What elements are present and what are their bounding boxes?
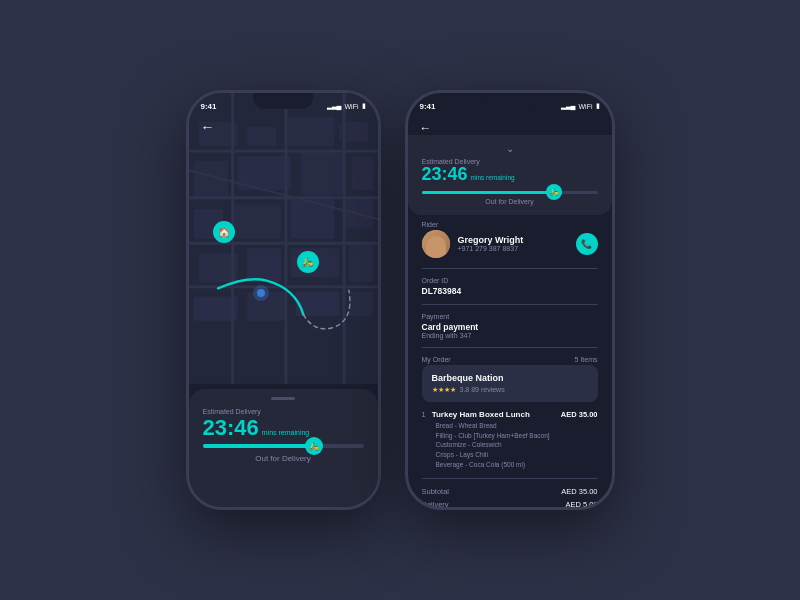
item-detail-bread: Bread - Wheat Bread bbox=[436, 421, 598, 431]
progress-fill2 bbox=[422, 191, 563, 194]
divider-3 bbox=[422, 347, 598, 348]
rider-info: Gregory Wright +971 279 387 8837 bbox=[458, 235, 568, 252]
order-item-row: 1 Turkey Ham Boxed Lunch AED 35.00 bbox=[422, 410, 598, 419]
totals-section: Subtotal AED 35.00 Delivery AED 5.00 Tot… bbox=[422, 478, 598, 507]
out-for-delivery-status: Out for Delivery bbox=[203, 454, 364, 463]
restaurant-name: Barbeque Nation bbox=[432, 373, 588, 383]
item-detail-filling: Filling - Club [Turkey Ham+Beef Bacon] bbox=[436, 431, 598, 441]
item-qty: 1 bbox=[422, 410, 426, 419]
rider-marker: 🛵 bbox=[297, 251, 319, 273]
subtotal-row: Subtotal AED 35.00 bbox=[422, 487, 598, 496]
item-detail-crisps: Crisps - Lays Chili bbox=[436, 450, 598, 460]
notch bbox=[253, 93, 313, 109]
items-count-badge: 5 Items bbox=[575, 356, 598, 363]
status-time-left: 9:41 bbox=[201, 102, 217, 111]
rider-avatar bbox=[422, 230, 450, 258]
star-icon: ★★★★ bbox=[432, 386, 456, 394]
out-for-delivery-status2: Out for Delivery bbox=[422, 198, 598, 205]
rating-value: 3.8 89 reviews bbox=[460, 386, 505, 393]
payment-label: Payment bbox=[422, 313, 598, 320]
notch-right bbox=[480, 93, 540, 109]
detail-scroll-area: ← ⌄ Estimated Delivery 23:46 mins remain… bbox=[408, 115, 612, 507]
phone-icon: 📞 bbox=[581, 239, 592, 249]
rider-phone: +971 279 387 8837 bbox=[458, 245, 568, 252]
chevron-down-icon: ⌄ bbox=[422, 143, 598, 154]
rider-section-label: Rider bbox=[422, 221, 598, 228]
rider-row: Gregory Wright +971 279 387 8837 📞 bbox=[422, 230, 598, 258]
my-order-header: My Order 5 Items bbox=[422, 356, 598, 365]
item-price: AED 35.00 bbox=[561, 410, 598, 419]
subtotal-label: Subtotal bbox=[422, 487, 450, 496]
status-icons-left: ▂▃▄ WiFi ▮ bbox=[327, 102, 366, 110]
payment-method: Card payment bbox=[422, 322, 598, 332]
call-button[interactable]: 📞 bbox=[576, 233, 598, 255]
restaurant-rating-row: ★★★★ 3.8 89 reviews bbox=[432, 386, 588, 394]
delivery-header-card: ⌄ Estimated Delivery 23:46 mins remainin… bbox=[408, 135, 612, 215]
order-id-row: Order ID DL783984 bbox=[422, 277, 598, 296]
panel-handle bbox=[271, 397, 295, 400]
restaurant-card: Barbeque Nation ★★★★ 3.8 89 reviews bbox=[422, 365, 598, 402]
mins-remaining2: mins remaining bbox=[471, 174, 515, 181]
store-marker: 🏠 bbox=[213, 221, 235, 243]
item-details: Bread - Wheat Bread Filling - Club [Turk… bbox=[422, 421, 598, 470]
delivery-time: 23:46 bbox=[203, 417, 259, 439]
estimated-delivery-label: Estimated Delivery bbox=[203, 408, 364, 415]
map-bottom-panel: Estimated Delivery 23:46 mins remaining … bbox=[189, 389, 378, 507]
battery-icon-right: ▮ bbox=[596, 102, 600, 110]
delivery-time2: 23:46 bbox=[422, 165, 468, 185]
item-detail-beverage: Beverage - Coca Cola (500 ml) bbox=[436, 460, 598, 470]
delivery-row: Delivery AED 5.00 bbox=[422, 500, 598, 507]
detail-content: Rider Gregory Wright +971 279 387 8837 📞 bbox=[408, 221, 612, 507]
item-name: Turkey Ham Boxed Lunch bbox=[432, 410, 555, 419]
progress-bar: 🛵 bbox=[203, 444, 364, 448]
signal-icon: ▂▃▄ bbox=[327, 102, 342, 110]
wifi-icon: WiFi bbox=[345, 103, 359, 110]
payment-sub: Ending with 347 bbox=[422, 332, 598, 339]
subtotal-value: AED 35.00 bbox=[561, 487, 597, 496]
back-button[interactable]: ← bbox=[201, 119, 215, 135]
back-button-detail[interactable]: ← bbox=[420, 121, 432, 135]
item-detail-customize: Customize - Coleswich bbox=[436, 440, 598, 450]
status-time-right: 9:41 bbox=[420, 102, 436, 111]
status-icons-right: ▂▃▄ WiFi ▮ bbox=[561, 102, 600, 110]
user-location-dot bbox=[257, 289, 265, 297]
progress-thumb: 🛵 bbox=[305, 437, 323, 455]
rider-thumb-icon: 🛵 bbox=[309, 442, 319, 451]
progress-bar2: 🛵 bbox=[422, 191, 598, 194]
order-id-label: Order ID bbox=[422, 277, 598, 284]
my-order-label: My Order bbox=[422, 356, 451, 363]
order-item: 1 Turkey Ham Boxed Lunch AED 35.00 Bread… bbox=[422, 410, 598, 470]
phone-map: 9:41 ▂▃▄ WiFi ▮ bbox=[186, 90, 381, 510]
rider-name: Gregory Wright bbox=[458, 235, 568, 245]
mins-remaining: mins remaining bbox=[262, 429, 309, 436]
phone-detail: 9:41 ▂▃▄ WiFi ▮ ← ⌄ Estimated Delivery 2… bbox=[405, 90, 615, 510]
divider-2 bbox=[422, 304, 598, 305]
battery-icon: ▮ bbox=[362, 102, 366, 110]
divider-1 bbox=[422, 268, 598, 269]
signal-icon-right: ▂▃▄ bbox=[561, 102, 576, 110]
delivery-label: Delivery bbox=[422, 500, 449, 507]
payment-row: Payment Card payment Ending with 347 bbox=[422, 313, 598, 339]
rider-thumb-icon2: 🛵 bbox=[550, 188, 559, 196]
wifi-icon-right: WiFi bbox=[579, 103, 593, 110]
delivery-value: AED 5.00 bbox=[565, 500, 597, 507]
progress-thumb2: 🛵 bbox=[546, 184, 562, 200]
order-id-value: DL783984 bbox=[422, 286, 598, 296]
